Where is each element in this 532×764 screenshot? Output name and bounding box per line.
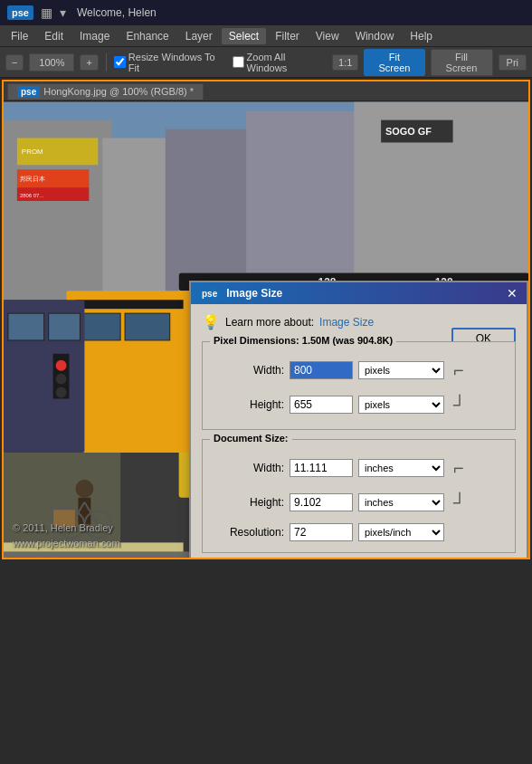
pixel-width-input[interactable] (290, 361, 353, 379)
resolution-unit[interactable]: pixels/inch (358, 523, 444, 541)
dialog-title: Image Size (226, 287, 282, 300)
layout-icon: ▦ (41, 5, 52, 20)
doc-link-top: ⌐ (453, 459, 464, 477)
btn-1-1[interactable]: 1:1 (332, 54, 358, 71)
dialog-title-bar: pse Image Size ✕ (191, 282, 527, 304)
menu-help[interactable]: Help (403, 28, 440, 44)
doc-height-row: Height: inches └ (212, 489, 506, 516)
link-icon-top: ⌐ (453, 361, 464, 379)
dialog-body: 💡 Learn more about: Image Size OK Cancel… (191, 304, 527, 559)
toolbar: − + Resize Windows To Fit Zoom All Windo… (0, 47, 532, 78)
svg-text:SOGO GF: SOGO GF (385, 126, 432, 137)
pixel-width-label: Width: (212, 364, 284, 377)
app-title: Welcome, Helen (77, 6, 157, 19)
dialog-close-button[interactable]: ✕ (505, 286, 519, 301)
resolution-label: Resolution: (212, 526, 284, 539)
doc-height-input[interactable] (290, 493, 353, 511)
svg-point-45 (56, 374, 67, 385)
document-size-group: Document Size: Width: inches ⌐ H (202, 439, 516, 553)
svg-rect-2 (102, 138, 174, 300)
menu-filter[interactable]: Filter (268, 28, 307, 44)
doc-width-unit[interactable]: inches (358, 459, 444, 477)
svg-rect-15 (4, 444, 120, 559)
dialog-title-left: pse Image Size (198, 287, 282, 300)
pixel-height-label: Height: (212, 398, 284, 411)
svg-point-47 (75, 480, 93, 498)
btn-fit-screen[interactable]: Fit Screen (364, 49, 424, 76)
svg-rect-39 (125, 313, 170, 340)
zoom-out-button[interactable]: − (5, 54, 24, 71)
image-tab[interactable]: pse HongKong.jpg @ 100% (RGB/8) * (7, 83, 204, 100)
learn-more-link[interactable]: Image Size (319, 316, 374, 329)
zoom-all-label[interactable]: Zoom All Windows (233, 52, 328, 73)
zoom-all-checkbox[interactable] (233, 56, 244, 68)
doc-width-input[interactable] (290, 459, 353, 477)
doc-height-label: Height: (212, 496, 284, 509)
doc-width-row: Width: inches ⌐ (212, 454, 506, 482)
resize-windows-checkbox[interactable] (114, 56, 126, 68)
svg-rect-42 (49, 313, 81, 340)
svg-text:邦民日本: 邦民日本 (20, 176, 45, 182)
canvas-area: pse HongKong.jpg @ 100% (RGB/8) * PROM 邦… (2, 80, 530, 559)
resize-windows-label[interactable]: Resize Windows To Fit (114, 52, 227, 73)
tab-label: HongKong.jpg @ 100% (RGB/8) * (43, 86, 194, 97)
pixel-width-unit[interactable]: pixels (358, 361, 444, 379)
tab-pse-badge: pse (17, 86, 40, 98)
svg-rect-53 (53, 510, 76, 528)
btn-fill-screen[interactable]: Fill Screen (431, 49, 493, 76)
svg-rect-4 (246, 111, 363, 291)
svg-text:2806 07...: 2806 07... (20, 193, 44, 198)
svg-rect-37 (75, 300, 183, 309)
top-bar: pse ▦ ▾ Welcome, Helen (0, 0, 532, 25)
pixel-width-row: Width: pixels ⌐ (212, 357, 506, 384)
doc-link-bottom: └ (453, 493, 466, 511)
menu-image[interactable]: Image (72, 28, 117, 44)
zoom-input[interactable] (29, 53, 74, 72)
bulb-icon: 💡 (202, 313, 220, 330)
menu-view[interactable]: View (309, 28, 347, 44)
tab-bar: pse HongKong.jpg @ 100% (RGB/8) * (4, 81, 528, 101)
svg-text:PROM: PROM (22, 148, 43, 156)
svg-point-44 (56, 360, 67, 371)
resolution-input[interactable] (290, 523, 353, 541)
zoom-in-button[interactable]: + (80, 54, 98, 71)
resolution-row: Resolution: pixels/inch (212, 523, 506, 541)
document-size-legend: Document Size: (210, 433, 292, 444)
pixel-height-row: Height: pixels └ (212, 391, 506, 418)
learn-more-text: Learn more about: (225, 316, 314, 329)
menu-edit[interactable]: Edit (37, 28, 71, 44)
svg-point-46 (56, 387, 67, 398)
doc-width-label: Width: (212, 462, 284, 474)
menu-bar: File Edit Image Enhance Layer Select Fil… (0, 25, 532, 47)
image-size-dialog: pse Image Size ✕ 💡 Learn more about: Ima… (189, 281, 528, 559)
menu-layer[interactable]: Layer (178, 28, 220, 44)
menu-enhance[interactable]: Enhance (119, 28, 176, 44)
svg-rect-41 (8, 313, 44, 340)
toolbar-sep-1 (106, 53, 107, 72)
link-icon-bottom: └ (453, 396, 466, 414)
menu-select[interactable]: Select (222, 28, 266, 44)
pixel-dimensions-value: 1.50M (was 904.8K) (302, 335, 393, 346)
pixel-dimensions-group: Pixel Dimensions: 1.50M (was 904.8K) Wid… (202, 341, 516, 430)
menu-window[interactable]: Window (348, 28, 402, 44)
pixel-height-unit[interactable]: pixels (358, 396, 444, 414)
btn-print[interactable]: Pri (499, 54, 527, 71)
pixel-height-input[interactable] (290, 396, 353, 414)
dropdown-icon[interactable]: ▾ (60, 5, 66, 20)
pixel-dimensions-legend: Pixel Dimensions: 1.50M (was 904.8K) (210, 335, 396, 346)
doc-height-unit[interactable]: inches (358, 493, 444, 511)
menu-file[interactable]: File (4, 28, 35, 44)
dialog-pse-badge: pse (198, 288, 221, 300)
pse-logo: pse (7, 5, 33, 20)
